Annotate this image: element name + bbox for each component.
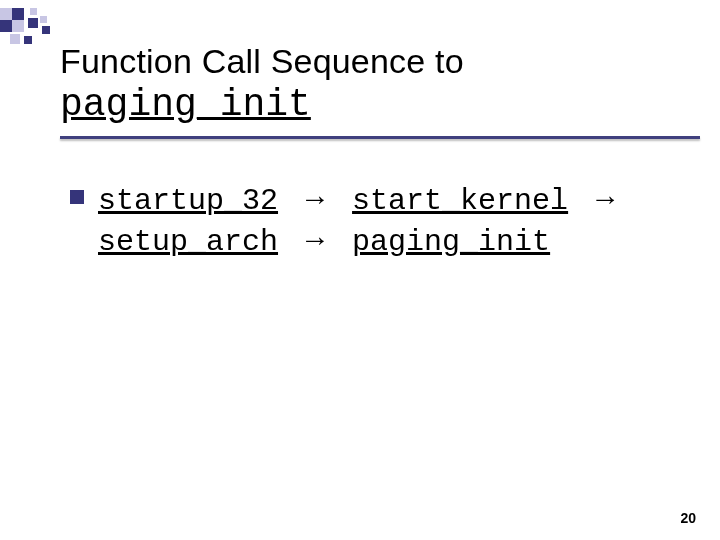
square-bullet-icon	[70, 190, 84, 204]
page-number: 20	[680, 510, 696, 526]
slide-body: startup_32 → start_kernel → setup_arch →…	[70, 180, 680, 261]
slide-title: Function Call Sequence to paging_init	[60, 42, 690, 139]
function-name: startup_32	[98, 184, 278, 218]
title-line-2: paging_init	[60, 83, 690, 126]
function-name: start_kernel	[352, 184, 568, 218]
bullet-item: startup_32 → start_kernel → setup_arch →…	[70, 180, 680, 261]
corner-decoration	[0, 8, 58, 50]
arrow-icon: →	[586, 182, 624, 215]
call-sequence-text: startup_32 → start_kernel → setup_arch →…	[98, 180, 624, 261]
arrow-icon: →	[296, 223, 334, 256]
arrow-icon: →	[296, 182, 334, 215]
function-name: paging_init	[352, 225, 550, 259]
title-line-1: Function Call Sequence to	[60, 42, 690, 81]
function-name: setup_arch	[98, 225, 278, 259]
title-underline	[60, 136, 700, 139]
